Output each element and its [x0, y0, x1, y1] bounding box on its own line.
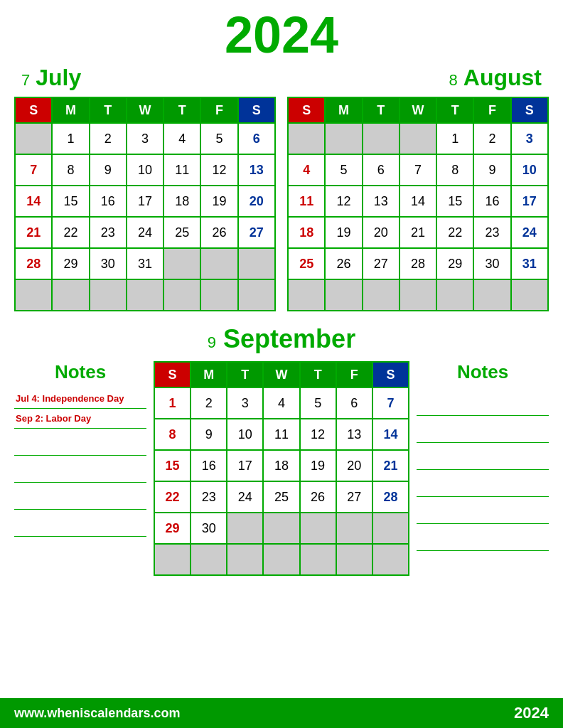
table-row: 5	[200, 123, 237, 154]
table-row: 16	[191, 450, 227, 481]
table-row: 29	[52, 248, 89, 279]
note-right-line-4	[417, 470, 549, 497]
july-th-m: M	[52, 97, 89, 123]
table-row	[127, 279, 163, 311]
table-row	[511, 279, 548, 311]
sep-th-sa: S	[372, 362, 409, 387]
table-row: 16	[473, 186, 510, 217]
table-row: 11	[163, 154, 200, 186]
table-row: 14	[400, 186, 436, 217]
table-row: 2	[90, 123, 127, 154]
july-th-sa: S	[238, 97, 275, 123]
july-th-w: W	[127, 97, 163, 123]
sep-th-f: F	[336, 362, 372, 387]
table-row: 23	[473, 217, 510, 248]
table-row	[372, 544, 409, 575]
july-name: July	[36, 65, 81, 91]
table-row: 4	[263, 387, 299, 419]
table-row	[15, 123, 52, 154]
september-calendar: S M T W T F S 12345678910111213141516171…	[154, 361, 409, 576]
table-row: 13	[238, 154, 275, 186]
table-row: 21	[400, 217, 436, 248]
table-row: 25	[163, 217, 200, 248]
table-row: 22	[154, 481, 191, 513]
table-row: 30	[90, 248, 127, 279]
table-row: 3	[511, 123, 548, 154]
august-calendar: S M T W T F S 12345678910111213141516171…	[287, 97, 549, 311]
table-row: 10	[227, 419, 263, 450]
table-row: 27	[336, 481, 372, 513]
table-row: 30	[191, 513, 227, 544]
table-row: 15	[154, 450, 191, 481]
table-row: 25	[263, 481, 299, 513]
table-row: 13	[363, 186, 400, 217]
table-row: 13	[336, 419, 372, 450]
table-row: 17	[511, 186, 548, 217]
table-row	[154, 544, 191, 575]
july-number: 7	[21, 71, 30, 90]
note-item-2: Sep 2: Labor Day	[14, 409, 146, 429]
table-row: 22	[436, 217, 473, 248]
table-row: 24	[127, 217, 163, 248]
table-row: 8	[154, 419, 191, 450]
table-row: 7	[372, 387, 409, 419]
table-row: 19	[325, 217, 362, 248]
table-row	[191, 544, 227, 575]
table-row: 26	[200, 217, 237, 248]
july-calendar: S M T W T F S 12345678910111213141516171…	[14, 97, 276, 311]
table-row: 21	[372, 450, 409, 481]
table-row: 6	[336, 387, 372, 419]
aug-th-t2: T	[436, 97, 473, 123]
table-row: 25	[288, 248, 325, 279]
table-row	[436, 279, 473, 311]
table-row: 1	[154, 387, 191, 419]
july-th-t2: T	[163, 97, 200, 123]
table-row: 1	[436, 123, 473, 154]
table-row: 29	[436, 248, 473, 279]
table-row: 24	[511, 217, 548, 248]
table-row: 7	[400, 154, 436, 186]
september-header: 9 September	[14, 324, 549, 354]
footer-year: 2024	[514, 704, 549, 722]
table-row: 28	[400, 248, 436, 279]
table-row	[300, 544, 336, 575]
table-row: 28	[15, 248, 52, 279]
table-row	[263, 513, 299, 544]
table-row: 10	[127, 154, 163, 186]
table-row	[288, 279, 325, 311]
aug-th-s: S	[288, 97, 325, 123]
september-calendar-wrap: S M T W T F S 12345678910111213141516171…	[154, 361, 409, 576]
table-row	[400, 123, 436, 154]
table-row: 27	[238, 217, 275, 248]
table-row: 21	[15, 217, 52, 248]
note-right-line-5	[417, 497, 549, 524]
table-row: 3	[127, 123, 163, 154]
july-th-t1: T	[90, 97, 127, 123]
table-row: 17	[127, 186, 163, 217]
table-row: 28	[372, 481, 409, 513]
note-right-line-2	[417, 416, 549, 443]
footer: www.wheniscalendars.com 2024	[0, 698, 563, 728]
table-row	[336, 513, 372, 544]
table-row: 26	[300, 481, 336, 513]
table-row: 30	[473, 248, 510, 279]
table-row: 10	[511, 154, 548, 186]
table-row: 2	[473, 123, 510, 154]
table-row: 9	[90, 154, 127, 186]
table-row: 14	[15, 186, 52, 217]
main-year: 2024	[0, 0, 563, 63]
table-row: 5	[325, 154, 362, 186]
sep-th-t1: T	[227, 362, 263, 387]
table-row: 4	[163, 123, 200, 154]
table-row	[52, 279, 89, 311]
table-row: 9	[191, 419, 227, 450]
note-right-line-3	[417, 443, 549, 470]
note-right-line-6	[417, 524, 549, 551]
august-name: August	[463, 65, 542, 91]
table-row	[15, 279, 52, 311]
sep-th-t2: T	[300, 362, 336, 387]
table-row	[200, 248, 237, 279]
table-row	[325, 279, 362, 311]
table-row: 18	[163, 186, 200, 217]
note-right-line-1	[417, 389, 549, 416]
